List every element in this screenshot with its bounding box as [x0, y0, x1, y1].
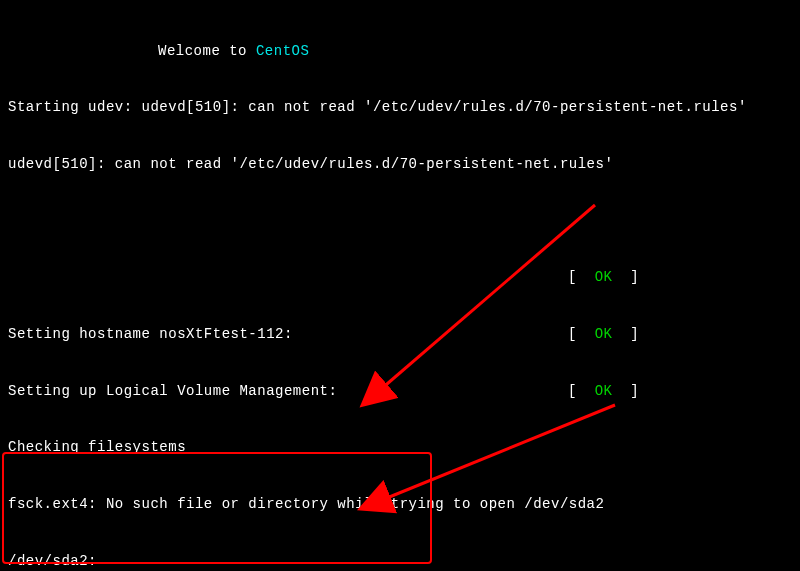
- checking-fs-line: Checking filesystems: [8, 438, 792, 457]
- bracket-right: ]: [613, 383, 640, 399]
- bracket-right: ]: [613, 269, 640, 285]
- status-ok: OK: [595, 383, 613, 399]
- status-ok: OK: [595, 326, 613, 342]
- udev-line-1: Starting udev: udevd[510]: can not read …: [8, 98, 792, 117]
- blank-line: [8, 212, 792, 231]
- os-name: CentOS: [256, 43, 309, 59]
- welcome-line: Welcome to CentOS: [8, 42, 792, 61]
- bracket-left: [: [568, 383, 595, 399]
- fsck-line-1: fsck.ext4: No such file or directory whi…: [8, 495, 792, 514]
- fsck-line-2: /dev/sda2:: [8, 552, 792, 571]
- udev-status-line: [ OK ]: [8, 268, 792, 287]
- terminal-output: Welcome to CentOS Starting udev: udevd[5…: [8, 4, 792, 571]
- udev-line-2: udevd[510]: can not read '/etc/udev/rule…: [8, 155, 792, 174]
- bracket-left: [: [568, 269, 595, 285]
- bracket-left: [: [568, 326, 595, 342]
- status-ok: OK: [595, 269, 613, 285]
- hostname-line: Setting hostname nosXtFtest-112:[ OK ]: [8, 325, 792, 344]
- bracket-right: ]: [613, 326, 640, 342]
- lvm-line: Setting up Logical Volume Management:[ O…: [8, 382, 792, 401]
- welcome-prefix: Welcome to: [158, 43, 256, 59]
- lvm-text: Setting up Logical Volume Management:: [8, 383, 337, 399]
- hostname-text: Setting hostname nosXtFtest-112:: [8, 326, 293, 342]
